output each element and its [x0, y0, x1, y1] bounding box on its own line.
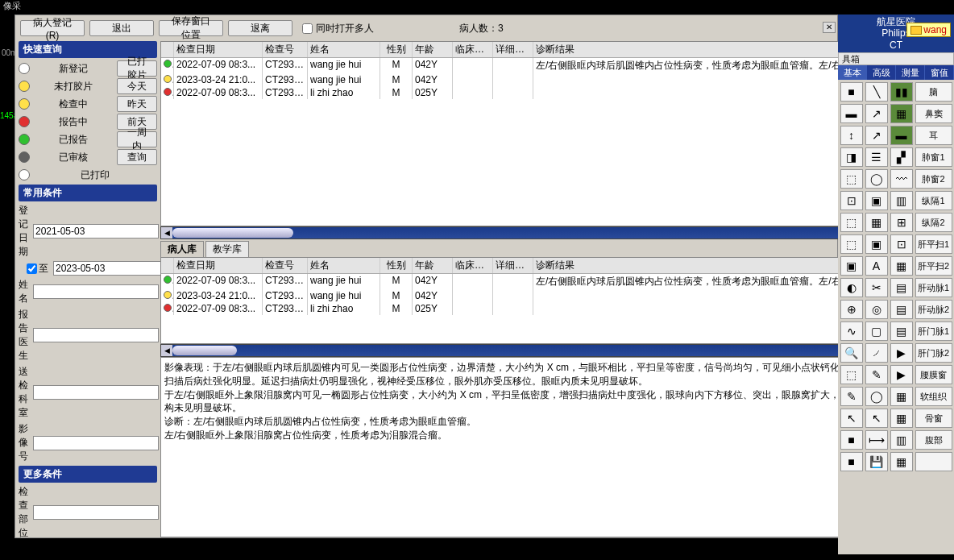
date-from-input[interactable] — [33, 224, 159, 239]
grid-header-cell[interactable]: 性别 — [380, 258, 413, 273]
multi-open-input[interactable] — [302, 23, 313, 34]
tool-button[interactable]: ↖ — [840, 409, 863, 428]
tool-tab-basic[interactable]: 基本 — [838, 65, 867, 80]
table-row[interactable]: 2023-03-24 21:0...CT29311 wang jie huiM … — [161, 73, 873, 86]
tool-button[interactable]: ▦ — [890, 387, 913, 406]
tool-button[interactable]: ◎ — [865, 300, 888, 319]
grid-header-cell[interactable]: 年龄 — [413, 42, 453, 57]
tool-button[interactable]: ▶ — [890, 343, 913, 363]
tool-button[interactable]: ◐ — [840, 278, 863, 297]
tool-button[interactable]: ↖ — [865, 409, 888, 428]
send-dept-input[interactable] — [33, 385, 159, 400]
report-doc-input[interactable] — [33, 328, 159, 342]
tool-button[interactable]: 🔍 — [840, 343, 863, 363]
tool-preset-button[interactable]: 肝门脉1 — [915, 321, 952, 341]
tool-button[interactable]: ▮▮ — [890, 82, 913, 102]
scroll-thumb[interactable] — [172, 228, 293, 238]
tool-preset-button[interactable]: 软组织 — [915, 387, 952, 406]
report-textarea[interactable]: 影像表现：于左/右侧眼眶内球后肌圆锥内可见一类圆形占位性病变，边界清楚，大小约为… — [160, 357, 874, 537]
tool-preset-button[interactable]: 肝动脉1 — [915, 278, 952, 297]
user-badge[interactable]: wang — [906, 23, 951, 37]
tool-preset-button[interactable]: 肺窗1 — [915, 147, 952, 167]
tool-button[interactable]: ■ — [840, 430, 863, 450]
tool-button[interactable]: ⬚ — [840, 234, 863, 254]
tool-button[interactable]: ↗ — [865, 104, 888, 123]
tool-preset-button[interactable]: 肝门脉2 — [915, 343, 952, 363]
tab-teaching-db[interactable]: 教学库 — [205, 241, 249, 257]
table-row[interactable]: 2022-07-09 08:3...CT29312 li zhi zhaoM 0… — [161, 86, 873, 99]
tool-button[interactable]: ▣ — [865, 234, 888, 254]
tool-button[interactable]: ▦ — [890, 256, 913, 276]
multi-open-checkbox[interactable]: 同时打开多人 — [302, 22, 374, 35]
tool-button[interactable]: ⬚ — [840, 365, 863, 384]
tool-button[interactable]: ⟼ — [865, 430, 888, 450]
grid-header-cell[interactable]: 临床诊断 — [453, 258, 493, 273]
scroll-thumb[interactable] — [172, 346, 237, 355]
tool-button[interactable]: ▬ — [890, 126, 913, 145]
tool-button[interactable]: 💾 — [865, 452, 888, 471]
register-button[interactable]: 病人登记(R) — [20, 20, 85, 36]
tool-tab-measure[interactable]: 测量 — [896, 65, 925, 80]
image-no-input[interactable] — [33, 436, 159, 450]
tool-preset-button[interactable]: 腰膜窗 — [915, 365, 952, 384]
grid-header-cell[interactable]: 详细部位 — [493, 258, 533, 273]
tool-button[interactable]: ╲ — [865, 82, 888, 102]
tool-button[interactable]: ▞ — [890, 147, 913, 167]
refresh-button[interactable]: 退离 — [228, 20, 292, 36]
tool-preset-button[interactable]: 纵隔2 — [915, 213, 952, 232]
tool-button[interactable]: ☰ — [865, 147, 888, 167]
name-input[interactable] — [33, 284, 159, 299]
exam-site-input[interactable] — [33, 505, 159, 520]
status-filter-button[interactable]: 昨天 — [117, 96, 157, 112]
tool-button[interactable]: ⬚ — [840, 169, 863, 189]
tool-button[interactable]: ⟋ — [865, 343, 888, 363]
tool-button[interactable]: ▣ — [865, 191, 888, 210]
tool-button[interactable]: ∿ — [840, 321, 863, 341]
tool-tab-window[interactable]: 窗值 — [925, 65, 954, 80]
tool-button[interactable]: ⊡ — [890, 234, 913, 254]
status-filter-button[interactable]: 今天 — [117, 78, 157, 94]
grid-header-cell[interactable]: 检查日期 — [174, 42, 263, 57]
table-row[interactable]: 2022-07-09 08:3...CT29312 li zhi zhaoM 0… — [161, 302, 873, 315]
tool-button[interactable]: ▦ — [865, 213, 888, 232]
tool-button[interactable]: ✎ — [840, 387, 863, 406]
tool-button[interactable]: ▤ — [890, 300, 913, 319]
tool-preset-button[interactable]: 鼻窦 — [915, 104, 952, 123]
tool-button[interactable]: ↗ — [865, 126, 888, 145]
tool-preset-button[interactable]: 肝动脉2 — [915, 300, 952, 319]
grid-header-cell[interactable]: 姓名 — [308, 258, 380, 273]
tool-button[interactable]: ✂ — [865, 278, 888, 297]
status-filter-button[interactable]: 已打胶片 — [117, 60, 157, 77]
tool-button[interactable]: ⊡ — [840, 191, 863, 210]
tool-button[interactable]: ▦ — [890, 104, 913, 123]
tool-button[interactable]: ⊕ — [840, 300, 863, 319]
tool-button[interactable]: A — [865, 256, 888, 276]
tool-preset-button[interactable] — [915, 452, 952, 471]
grid-header-cell[interactable]: 检查号 — [263, 258, 308, 273]
tool-preset-button[interactable]: 纵隔1 — [915, 191, 952, 210]
tool-button[interactable]: ▬ — [840, 104, 863, 123]
tool-tab-advanced[interactable]: 高级 — [867, 65, 896, 80]
grid-header-cell[interactable]: 临床诊断 — [453, 42, 493, 57]
tool-button[interactable]: ◨ — [840, 147, 863, 167]
table-row[interactable]: 2023-03-24 21:0...CT29311 wang jie huiM … — [161, 289, 873, 302]
tool-preset-button[interactable]: 肝平扫1 — [915, 234, 952, 254]
tool-preset-button[interactable]: 肝平扫2 — [915, 256, 952, 276]
tool-button[interactable]: ◯ — [865, 387, 888, 406]
tool-preset-button[interactable]: 骨窗 — [915, 409, 952, 428]
scrollbar[interactable]: ◀ ▶ — [160, 226, 874, 239]
tool-button[interactable]: ⊞ — [890, 213, 913, 232]
tool-button[interactable]: ■ — [840, 452, 863, 471]
grid-header-cell[interactable]: 诊断结果 — [533, 258, 873, 273]
grid-header-cell[interactable]: 姓名 — [308, 42, 380, 57]
save-pos-button[interactable]: 保存窗口位置 — [159, 20, 223, 36]
grid-header-cell[interactable]: 性别 — [380, 42, 413, 57]
tool-button[interactable]: ⬚ — [840, 213, 863, 232]
tool-button[interactable]: 〰 — [890, 169, 913, 189]
grid-header-cell[interactable]: 检查日期 — [174, 258, 263, 273]
tool-preset-button[interactable]: 耳 — [915, 126, 952, 145]
scrollbar[interactable]: ◀ ▶ — [160, 344, 874, 357]
status-filter-button[interactable]: 查询 — [117, 149, 157, 165]
tool-button[interactable]: ◯ — [865, 169, 888, 189]
grid-header-cell[interactable]: 年龄 — [413, 258, 453, 273]
